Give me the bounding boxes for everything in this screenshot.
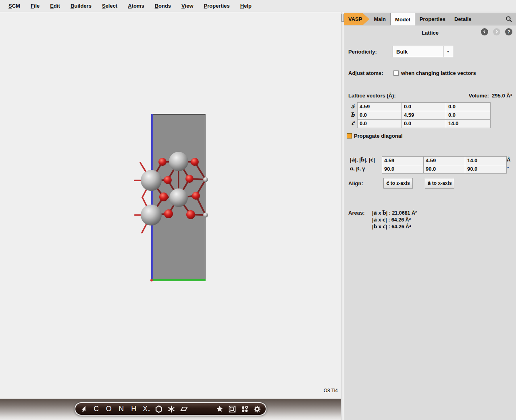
- align-label: Align:: [348, 180, 363, 186]
- o-atom[interactable]: [192, 192, 200, 200]
- menu-item-select[interactable]: Select: [97, 3, 123, 9]
- magnitude-cell[interactable]: 4.59: [382, 157, 423, 165]
- panel-splitter[interactable]: [341, 12, 344, 420]
- lattice-cell[interactable]: 0.0: [402, 103, 446, 111]
- lattice-cell[interactable]: 0.0: [358, 120, 402, 128]
- angles-label: α, β, γ: [350, 166, 365, 172]
- periodicity-select[interactable]: Bulk ▼: [393, 46, 453, 57]
- forward-arrow-icon[interactable]: [493, 28, 500, 35]
- chevron-down-icon[interactable]: ▼: [443, 46, 453, 57]
- lattice-cell[interactable]: 14.0: [446, 120, 490, 128]
- tab-bar-tabs: VASPMainModelPropertiesDetails: [344, 13, 516, 25]
- toolbar-spacer: [193, 409, 211, 409]
- ti-atom[interactable]: [141, 170, 162, 191]
- lattice-cell[interactable]: 0.0: [446, 111, 490, 119]
- menu-item-atoms[interactable]: Atoms: [123, 3, 149, 9]
- o-atom[interactable]: [164, 176, 172, 184]
- areas-line-1: |a⃗ x c⃗| : 64.26 Å²: [372, 217, 411, 223]
- atom-toolbar: CONHX▾: [75, 402, 266, 416]
- angle-cell[interactable]: 90.0: [424, 165, 465, 173]
- plane-icon[interactable]: [180, 405, 188, 414]
- element-label: X: [143, 405, 148, 413]
- areas-line-0: |a⃗ x b⃗| : 21.0681 Å²: [372, 210, 417, 216]
- o-atom[interactable]: [191, 158, 199, 166]
- angle-cell[interactable]: 90.0: [382, 165, 423, 173]
- tab-vasp[interactable]: VASP: [344, 13, 369, 25]
- axis-labels-column: a⃗b⃗c⃗: [349, 102, 356, 128]
- align-c-to-z-button[interactable]: c⃗ to z-axis: [383, 178, 413, 188]
- application-window: SCMFileEditBuildersSelectAtomsBondsViewP…: [0, 0, 516, 420]
- help-icon[interactable]: ?: [505, 28, 512, 35]
- element-label: C: [94, 405, 99, 413]
- element-x-button[interactable]: X▾: [143, 405, 150, 414]
- ti-atom-image[interactable]: [203, 177, 208, 182]
- magnitude-cell[interactable]: 4.59: [424, 157, 465, 165]
- menu-item-help[interactable]: Help: [235, 3, 257, 9]
- splitter-grip-icon[interactable]: [341, 14, 344, 22]
- menu-item-scm[interactable]: SCM: [3, 3, 25, 9]
- element-n-button[interactable]: N: [118, 405, 125, 414]
- angle-unit: °: [507, 166, 509, 172]
- tab-main[interactable]: Main: [369, 13, 390, 25]
- unitcell-box-icon[interactable]: [229, 405, 236, 414]
- magnitude-cell[interactable]: 14.0: [465, 157, 506, 165]
- menu-item-builders[interactable]: Builders: [65, 3, 97, 9]
- chevron-down-icon[interactable]: ▾: [148, 409, 150, 412]
- ti-atom[interactable]: [169, 188, 188, 207]
- molecule-scene[interactable]: [0, 12, 341, 399]
- lattice-cell[interactable]: 4.59: [358, 103, 402, 111]
- lattice-cell[interactable]: 0.0: [402, 120, 446, 128]
- align-a-to-x-button[interactable]: a⃗ to x-axis: [425, 178, 454, 188]
- ti-atom[interactable]: [169, 152, 188, 171]
- tab-model[interactable]: Model: [390, 13, 415, 25]
- ti-atom-image[interactable]: [203, 213, 208, 217]
- areas-line-2: |b⃗ x c⃗| : 64.26 Å²: [372, 223, 411, 230]
- o-atom[interactable]: [158, 158, 166, 166]
- tab-properties[interactable]: Properties: [415, 13, 450, 25]
- volume-label: Volume:: [469, 93, 489, 99]
- viewer-3d[interactable]: O8 Ti4 CONHX▾: [0, 12, 341, 420]
- axis-label-0: a⃗: [349, 102, 356, 111]
- o-atom[interactable]: [185, 175, 194, 183]
- o-atom[interactable]: [164, 209, 173, 218]
- adjust-atoms-checkbox[interactable]: [393, 70, 399, 76]
- element-h-button[interactable]: H: [130, 405, 137, 414]
- star-icon[interactable]: [216, 405, 223, 414]
- element-o-button[interactable]: O: [105, 405, 112, 414]
- length-unit: Å: [507, 157, 510, 163]
- element-label: H: [131, 405, 137, 413]
- tab-details[interactable]: Details: [450, 13, 476, 25]
- element-c-button[interactable]: C: [93, 405, 100, 414]
- page-title: Lattice: [344, 30, 516, 36]
- pointer-icon[interactable]: [80, 405, 87, 414]
- ti-atom[interactable]: [141, 205, 162, 226]
- lattice-vectors-label: Lattice vectors (Å):: [348, 93, 396, 99]
- search-icon[interactable]: [502, 13, 516, 25]
- back-arrow-icon[interactable]: [481, 28, 488, 35]
- axis-label-2: c⃗: [349, 119, 356, 128]
- lattice-cell[interactable]: 0.0: [358, 111, 402, 119]
- menu-item-edit[interactable]: Edit: [45, 3, 65, 9]
- menu-item-bonds[interactable]: Bonds: [150, 3, 176, 9]
- adjust-atoms-label: Adjust atoms:: [348, 70, 383, 76]
- angle-cell[interactable]: 90.0: [465, 165, 506, 173]
- volume-readout: Volume: 295.0 Å³: [469, 93, 512, 99]
- menu-item-file[interactable]: File: [25, 3, 45, 9]
- magnitudes-angles-table: 4.594.5914.090.090.090.0: [382, 156, 507, 174]
- origin-dot: [150, 279, 153, 281]
- propagate-diagonal-checkbox[interactable]: [347, 133, 352, 139]
- snowflake-icon[interactable]: [168, 405, 175, 414]
- hexagon-ring-icon[interactable]: [155, 405, 162, 414]
- molecules-icon[interactable]: [241, 405, 248, 414]
- o-atom[interactable]: [186, 210, 195, 219]
- menu-item-view[interactable]: View: [176, 3, 198, 9]
- menu-bar: SCMFileEditBuildersSelectAtomsBondsViewP…: [0, 0, 516, 12]
- menu-item-properties[interactable]: Properties: [199, 3, 235, 9]
- gear-icon[interactable]: [254, 405, 261, 414]
- o-atom[interactable]: [159, 192, 168, 201]
- adjust-atoms-checkbox-label: when changing lattice vectors: [401, 70, 476, 76]
- side-panel: VASPMainModelPropertiesDetails Lattice ?…: [344, 12, 516, 420]
- lattice-cell[interactable]: 0.0: [446, 103, 490, 111]
- element-label: O: [106, 405, 112, 413]
- lattice-cell[interactable]: 4.59: [402, 111, 446, 119]
